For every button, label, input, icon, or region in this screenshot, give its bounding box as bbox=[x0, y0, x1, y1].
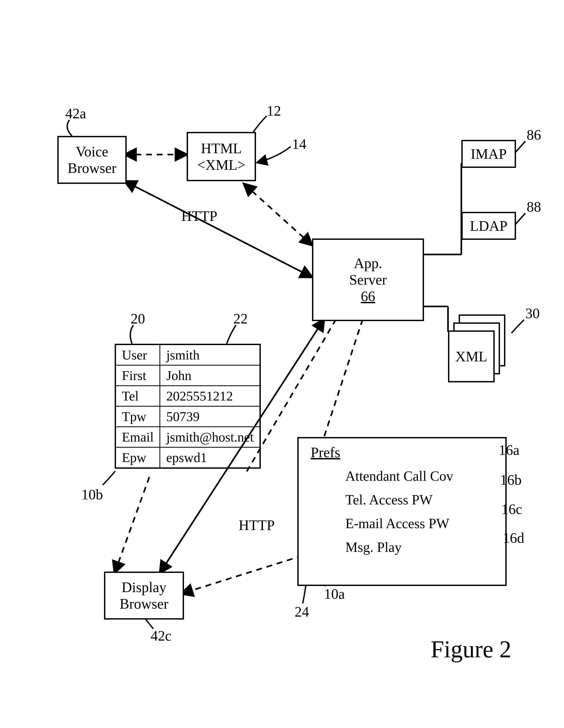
prefs-item: Attendant Call Cov bbox=[345, 468, 453, 484]
cell-val: John bbox=[160, 365, 260, 386]
table-row: Tpw50739 bbox=[115, 406, 260, 427]
svg-line-12 bbox=[181, 556, 303, 594]
cell-val: 50739 bbox=[160, 406, 260, 427]
cell-val: jsmith bbox=[160, 345, 260, 365]
ref-88: 88 bbox=[527, 199, 541, 215]
app-server-line1: App. bbox=[354, 255, 383, 272]
cell-key: Epw bbox=[115, 447, 160, 468]
prefs-box: Prefs Attendant Call Cov Tel. Access PW … bbox=[297, 437, 507, 586]
voice-browser-line1: Voice bbox=[76, 143, 108, 160]
voice-browser-box: Voice Browser bbox=[57, 136, 127, 184]
cell-key: First bbox=[115, 365, 160, 386]
ref-30: 30 bbox=[525, 305, 540, 322]
ref-16a: 16a bbox=[499, 442, 519, 458]
prefs-item: E-mail Access PW bbox=[345, 516, 453, 531]
html-label: HTML bbox=[201, 140, 242, 157]
ref-10a: 10a bbox=[324, 586, 345, 602]
app-server-box: App. Server 66 bbox=[312, 238, 424, 321]
ref-22: 22 bbox=[233, 310, 248, 327]
imap-box: IMAP bbox=[461, 140, 516, 168]
cell-val: epswd1 bbox=[160, 447, 260, 468]
ref-86: 86 bbox=[527, 127, 541, 143]
svg-line-2 bbox=[125, 181, 312, 277]
ref-16c: 16c bbox=[501, 501, 522, 517]
imap-label: IMAP bbox=[471, 146, 507, 162]
ref-42a: 42a bbox=[65, 105, 86, 122]
http-lower-label: HTTP bbox=[239, 517, 275, 533]
xml-stack-1: XML bbox=[448, 330, 495, 382]
display-browser-line2: Browser bbox=[120, 596, 168, 612]
ref-10b: 10b bbox=[81, 486, 103, 503]
app-server-line2: Server bbox=[349, 272, 387, 288]
cell-key: Tpw bbox=[115, 406, 160, 427]
xml-label: <XML> bbox=[197, 157, 245, 173]
ref-24: 24 bbox=[295, 604, 309, 620]
svg-line-10 bbox=[115, 477, 149, 573]
ldap-label: LDAP bbox=[470, 218, 508, 234]
cell-key: Email bbox=[115, 427, 160, 447]
ref-12: 12 bbox=[267, 103, 281, 119]
ref-16b: 16b bbox=[500, 472, 522, 488]
voice-browser-line2: Browser bbox=[68, 160, 116, 176]
table-row: Epwepswd1 bbox=[115, 447, 260, 468]
table-row: Userjsmith bbox=[115, 345, 260, 365]
cell-val: jsmith@host.net bbox=[160, 427, 260, 447]
ref-20: 20 bbox=[131, 310, 145, 327]
cell-key: Tel bbox=[115, 386, 160, 406]
table-row: Emailjsmith@host.net bbox=[115, 427, 260, 447]
svg-line-1 bbox=[244, 184, 312, 245]
display-browser-box: Display Browser bbox=[104, 572, 184, 620]
ldap-box: LDAP bbox=[461, 212, 516, 240]
xml-stack-label: XML bbox=[456, 348, 488, 365]
table-row: FirstJohn bbox=[115, 365, 260, 386]
prefs-title: Prefs bbox=[311, 444, 340, 461]
http-upper-label: HTTP bbox=[181, 208, 217, 224]
user-data-table: Userjsmith FirstJohn Tel2025551212 Tpw50… bbox=[115, 344, 261, 469]
prefs-item: Msg. Play bbox=[345, 539, 453, 555]
prefs-item: Tel. Access PW bbox=[345, 492, 453, 508]
ref-16d: 16d bbox=[503, 530, 524, 546]
html-xml-box: HTML <XML> bbox=[187, 132, 256, 181]
app-server-num: 66 bbox=[361, 288, 375, 305]
ref-42c: 42c bbox=[151, 628, 171, 644]
cell-key: User bbox=[115, 345, 160, 365]
svg-line-11 bbox=[324, 319, 363, 437]
figure-label: Figure 2 bbox=[431, 636, 511, 663]
table-row: Tel2025551212 bbox=[115, 386, 260, 406]
cell-val: 2025551212 bbox=[160, 386, 260, 406]
display-browser-line1: Display bbox=[122, 579, 166, 596]
ref-14: 14 bbox=[292, 136, 307, 152]
